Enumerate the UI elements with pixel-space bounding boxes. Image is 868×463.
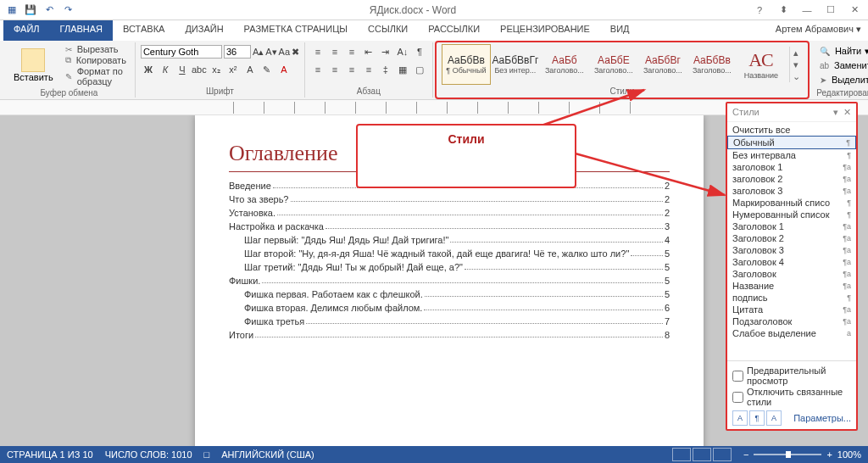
- gallery-more[interactable]: ⌄: [790, 70, 803, 82]
- sort-button[interactable]: A↓: [395, 44, 410, 59]
- styles-clear-all[interactable]: Очистить все: [727, 124, 856, 136]
- styles-pane-item[interactable]: Подзаголовок¶a: [727, 315, 856, 327]
- font-size-combo[interactable]: [224, 45, 251, 59]
- maximize-icon[interactable]: ☐: [821, 3, 841, 18]
- gallery-scroll-down[interactable]: ▾: [790, 59, 803, 70]
- bullets-button[interactable]: ≡: [310, 44, 326, 59]
- styles-options-link[interactable]: Параметры...: [793, 413, 851, 423]
- styles-pane-item[interactable]: Заголовок 1¶a: [727, 220, 856, 232]
- copy-button[interactable]: ⧉Копировать: [62, 55, 130, 65]
- zoom-slider[interactable]: [754, 454, 821, 455]
- tab-references[interactable]: ССЫЛКИ: [358, 20, 418, 41]
- numbering-button[interactable]: ≡: [327, 44, 342, 59]
- superscript-button[interactable]: x²: [225, 62, 241, 77]
- find-button[interactable]: 🔍Найти ▾: [816, 44, 868, 58]
- tab-home[interactable]: ГЛАВНАЯ: [50, 20, 113, 41]
- styles-pane-close-icon[interactable]: ✕: [843, 107, 851, 118]
- style-gallery-item[interactable]: АСНазвание: [737, 44, 786, 85]
- save-icon[interactable]: 💾: [22, 2, 39, 19]
- styles-pane-dropdown-icon[interactable]: ▾: [833, 107, 838, 118]
- font-color-button[interactable]: A: [276, 62, 292, 77]
- user-name[interactable]: Артем Абрамович ▾: [776, 24, 861, 35]
- highlight-button[interactable]: ✎: [259, 62, 275, 77]
- redo-icon[interactable]: ↷: [59, 2, 76, 19]
- align-left-button[interactable]: ≡: [310, 62, 326, 77]
- view-web-button[interactable]: [713, 448, 732, 461]
- preview-checkbox[interactable]: Предварительный просмотр: [732, 365, 851, 386]
- manage-styles-button[interactable]: A: [766, 410, 782, 426]
- format-painter-button[interactable]: ✎Формат по образцу: [62, 66, 130, 86]
- styles-pane-item[interactable]: Заголовок¶a: [727, 268, 856, 280]
- view-read-button[interactable]: [672, 448, 691, 461]
- styles-pane-item[interactable]: заголовок 2¶a: [727, 173, 856, 185]
- justify-button[interactable]: ≡: [361, 62, 376, 77]
- shrink-font-button[interactable]: A▾: [265, 44, 276, 59]
- grow-font-button[interactable]: A▴: [253, 44, 264, 59]
- align-right-button[interactable]: ≡: [344, 62, 359, 77]
- gallery-scroll-up[interactable]: ▴: [790, 47, 803, 59]
- font-name-combo[interactable]: [141, 45, 222, 59]
- shading-button[interactable]: ▦: [395, 62, 410, 77]
- replace-button[interactable]: abЗаменить: [816, 59, 868, 72]
- style-gallery-item[interactable]: АаБбЕЗаголово...: [589, 44, 638, 85]
- select-button[interactable]: ➤Выделить ▾: [816, 73, 868, 86]
- minimize-icon[interactable]: —: [797, 3, 817, 18]
- align-center-button[interactable]: ≡: [327, 62, 342, 77]
- styles-pane-item[interactable]: Маркированный списо¶: [727, 197, 856, 209]
- outdent-button[interactable]: ⇤: [361, 44, 376, 59]
- styles-pane-item[interactable]: Без интервала¶: [727, 149, 856, 161]
- status-language[interactable]: АНГЛИЙСКИЙ (США): [221, 449, 314, 460]
- help-icon[interactable]: ?: [749, 3, 770, 18]
- new-style-button[interactable]: A: [732, 410, 748, 426]
- styles-pane-item[interactable]: Слабое выделениеa: [727, 327, 856, 339]
- style-gallery-item[interactable]: АаБбВгЗаголово...: [638, 44, 687, 85]
- line-spacing-button[interactable]: ‡: [378, 62, 393, 77]
- zoom-in-button[interactable]: +: [826, 449, 832, 460]
- styles-pane-item[interactable]: Заголовок 4¶a: [727, 256, 856, 268]
- style-gallery-item[interactable]: АаБбВвГгБез интер...: [491, 44, 540, 85]
- text-effect-button[interactable]: A: [242, 62, 258, 77]
- styles-pane-item[interactable]: подпись¶: [727, 292, 856, 304]
- tab-review[interactable]: РЕЦЕНЗИРОВАНИЕ: [490, 20, 600, 41]
- clear-format-button[interactable]: ✖: [292, 44, 299, 59]
- subscript-button[interactable]: x₂: [209, 62, 224, 77]
- status-page[interactable]: СТРАНИЦА 1 ИЗ 10: [7, 449, 93, 460]
- status-words[interactable]: ЧИСЛО СЛОВ: 1010: [105, 449, 192, 460]
- underline-button[interactable]: Ч: [175, 62, 190, 77]
- styles-pane-item[interactable]: Нумерованный список¶: [727, 209, 856, 220]
- multilevel-button[interactable]: ≡: [344, 44, 359, 59]
- tab-view[interactable]: ВИД: [600, 20, 640, 41]
- view-print-button[interactable]: [693, 448, 711, 461]
- tab-layout[interactable]: РАЗМЕТКА СТРАНИЦЫ: [234, 20, 358, 41]
- style-gallery-item[interactable]: АаБбВвЗаголово...: [687, 44, 737, 85]
- style-gallery-item[interactable]: АаБбВв¶ Обычный: [442, 44, 491, 85]
- styles-pane-item[interactable]: Заголовок 3¶a: [727, 244, 856, 256]
- paste-button[interactable]: Вставить: [8, 47, 58, 84]
- disable-linked-checkbox[interactable]: Отключить связанные стили: [732, 387, 851, 407]
- tab-mailings[interactable]: РАССЫЛКИ: [418, 20, 490, 41]
- tab-file[interactable]: ФАЙЛ: [3, 20, 50, 41]
- ribbon-toggle-icon[interactable]: ⬍: [773, 3, 793, 18]
- zoom-value[interactable]: 100%: [837, 449, 861, 460]
- style-gallery-item[interactable]: АаБбЗаголово...: [540, 44, 589, 85]
- zoom-out-button[interactable]: −: [743, 449, 748, 460]
- styles-pane-item[interactable]: Название¶a: [727, 280, 856, 292]
- styles-pane-item[interactable]: Цитата¶a: [727, 304, 856, 315]
- close-icon[interactable]: ✕: [844, 3, 865, 18]
- bold-button[interactable]: Ж: [141, 62, 156, 77]
- styles-pane-item[interactable]: заголовок 1¶a: [727, 161, 856, 173]
- indent-button[interactable]: ⇥: [378, 44, 393, 59]
- undo-icon[interactable]: ↶: [41, 2, 58, 19]
- style-inspector-button[interactable]: ¶: [749, 410, 765, 426]
- styles-pane-item[interactable]: Заголовок 2¶a: [727, 232, 856, 244]
- tab-insert[interactable]: ВСТАВКА: [113, 20, 175, 41]
- cut-button[interactable]: ✂Вырезать: [62, 44, 130, 54]
- show-marks-button[interactable]: ¶: [412, 44, 427, 59]
- tab-design[interactable]: ДИЗАЙН: [175, 20, 233, 41]
- change-case-button[interactable]: Aa: [279, 44, 290, 59]
- styles-pane-item[interactable]: Обычный¶: [727, 136, 856, 149]
- status-proof-icon[interactable]: □: [204, 449, 210, 460]
- styles-pane-item[interactable]: заголовок 3¶a: [727, 185, 856, 197]
- italic-button[interactable]: К: [158, 62, 173, 77]
- strike-button[interactable]: abc: [192, 62, 207, 77]
